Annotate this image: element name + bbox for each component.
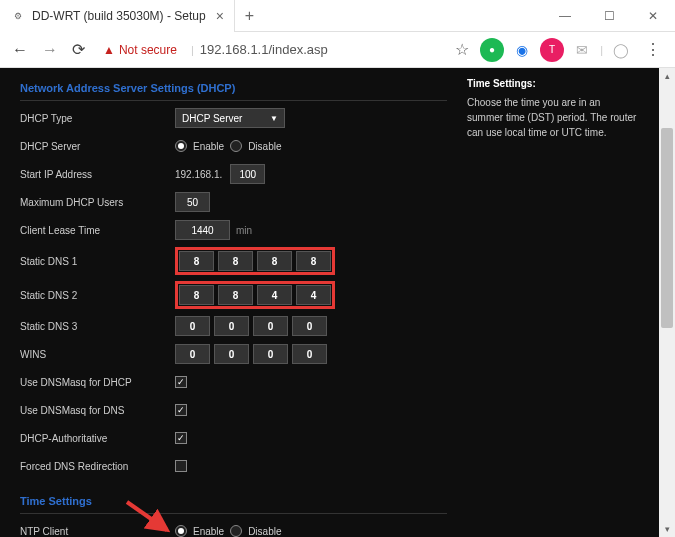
label-dns2: Static DNS 2 — [20, 290, 175, 301]
label-max-users: Maximum DHCP Users — [20, 197, 175, 208]
label-ntp-client: NTP Client — [20, 526, 175, 537]
label-start-ip: Start IP Address — [20, 169, 175, 180]
dns2-oct4[interactable]: 4 — [296, 285, 331, 305]
scrollbar[interactable]: ▴ ▾ — [659, 68, 675, 537]
warning-icon: ▲ — [103, 43, 115, 57]
label-lease-time: Client Lease Time — [20, 225, 175, 236]
chevron-down-icon: ▼ — [270, 114, 278, 123]
wins-oct2[interactable]: 0 — [214, 344, 249, 364]
forward-button[interactable]: → — [38, 37, 62, 63]
dns1-highlight: 8 8 8 8 — [175, 247, 335, 275]
dhcp-section-title: Network Address Server Settings (DHCP) — [20, 76, 447, 101]
scrollbar-thumb[interactable] — [661, 128, 673, 328]
url-text[interactable]: 192.168.1.1/index.asp — [200, 42, 328, 57]
dhcp-enable-radio[interactable] — [175, 140, 187, 152]
security-warning[interactable]: ▲ Not secure — [95, 43, 185, 57]
lease-time-input[interactable]: 1440 — [175, 220, 230, 240]
extension-icon-3[interactable]: T — [540, 38, 564, 62]
label-dhcp-type: DHCP Type — [20, 113, 175, 124]
forced-dns-checkbox[interactable] — [175, 460, 187, 472]
wins-oct3[interactable]: 0 — [253, 344, 288, 364]
dhcp-type-select[interactable]: DHCP Server ▼ — [175, 108, 285, 128]
ntp-disable-radio[interactable] — [230, 525, 242, 537]
scroll-up-icon[interactable]: ▴ — [659, 68, 675, 84]
ip-prefix: 192.168.1. — [175, 169, 222, 180]
dns2-oct1[interactable]: 8 — [179, 285, 214, 305]
dns1-oct1[interactable]: 8 — [179, 251, 214, 271]
minimize-icon[interactable]: — — [543, 0, 587, 32]
label-dhcp-auth: DHCP-Authoritative — [20, 433, 175, 444]
label-dns3: Static DNS 3 — [20, 321, 175, 332]
help-text: Choose the time you are in an summer tim… — [467, 95, 637, 140]
max-users-input[interactable]: 50 — [175, 192, 210, 212]
label-dns1: Static DNS 1 — [20, 256, 175, 267]
ntp-enable-radio[interactable] — [175, 525, 187, 537]
wins-oct4[interactable]: 0 — [292, 344, 327, 364]
wins-oct1[interactable]: 0 — [175, 344, 210, 364]
dnsmasq-dns-checkbox[interactable]: ✓ — [175, 404, 187, 416]
ddwrt-favicon: ⚙ — [10, 8, 26, 24]
browser-titlebar: ⚙ DD-WRT (build 35030M) - Setup × + — ☐ … — [0, 0, 675, 32]
reload-button[interactable]: ⟳ — [68, 36, 89, 63]
bookmark-icon[interactable]: ☆ — [450, 38, 474, 62]
address-bar: ← → ⟳ ▲ Not secure | 192.168.1.1/index.a… — [0, 32, 675, 68]
scroll-down-icon[interactable]: ▾ — [659, 521, 675, 537]
label-wins: WINS — [20, 349, 175, 360]
label-dhcp-server: DHCP Server — [20, 141, 175, 152]
dns1-oct4[interactable]: 8 — [296, 251, 331, 271]
dns3-oct2[interactable]: 0 — [214, 316, 249, 336]
start-ip-input[interactable]: 100 — [230, 164, 265, 184]
dns2-oct2[interactable]: 8 — [218, 285, 253, 305]
window-controls: — ☐ ✕ — [543, 0, 675, 32]
tab-title: DD-WRT (build 35030M) - Setup — [32, 9, 206, 23]
dhcp-auth-checkbox[interactable]: ✓ — [175, 432, 187, 444]
dns1-oct2[interactable]: 8 — [218, 251, 253, 271]
back-button[interactable]: ← — [8, 37, 32, 63]
dnsmasq-dhcp-checkbox[interactable]: ✓ — [175, 376, 187, 388]
menu-icon[interactable]: ⋮ — [639, 40, 667, 59]
extension-icon-1[interactable]: ● — [480, 38, 504, 62]
page-content: ▴ ▾ Network Address Server Settings (DHC… — [0, 68, 675, 537]
label-forced-dns: Forced DNS Redirection — [20, 461, 175, 472]
new-tab-button[interactable]: + — [235, 7, 264, 25]
label-dnsmasq-dhcp: Use DNSMasq for DHCP — [20, 377, 175, 388]
dns3-oct1[interactable]: 0 — [175, 316, 210, 336]
extension-icon-2[interactable]: ◉ — [510, 38, 534, 62]
close-window-icon[interactable]: ✕ — [631, 0, 675, 32]
extension-icon-4[interactable]: ✉ — [570, 38, 594, 62]
dns3-oct3[interactable]: 0 — [253, 316, 288, 336]
dns2-oct3[interactable]: 4 — [257, 285, 292, 305]
maximize-icon[interactable]: ☐ — [587, 0, 631, 32]
profile-icon[interactable]: ◯ — [609, 38, 633, 62]
dns3-oct4[interactable]: 0 — [292, 316, 327, 336]
help-title: Time Settings: — [467, 76, 637, 91]
time-section-title: Time Settings — [20, 489, 447, 514]
url-separator: | — [191, 44, 194, 56]
dns2-highlight: 8 8 4 4 — [175, 281, 335, 309]
browser-tab[interactable]: ⚙ DD-WRT (build 35030M) - Setup × — [0, 0, 235, 32]
label-dnsmasq-dns: Use DNSMasq for DNS — [20, 405, 175, 416]
dns1-oct3[interactable]: 8 — [257, 251, 292, 271]
close-icon[interactable]: × — [216, 8, 224, 24]
help-panel: Time Settings: Choose the time you are i… — [467, 76, 637, 537]
dhcp-disable-radio[interactable] — [230, 140, 242, 152]
